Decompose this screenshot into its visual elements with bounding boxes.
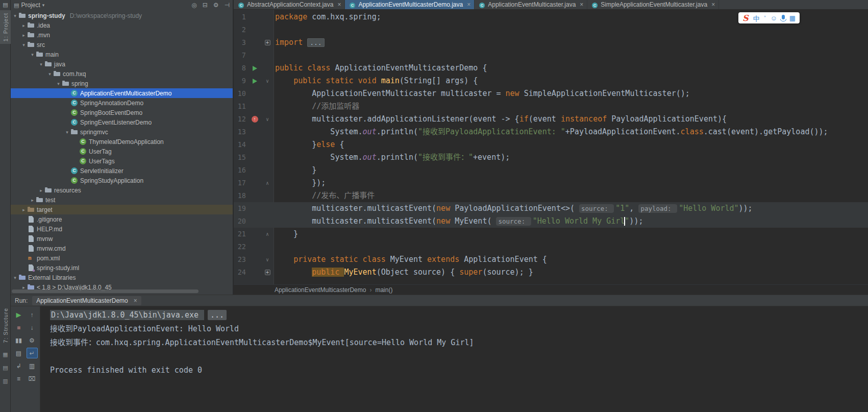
tree-item-SpringAnnotationDemo[interactable]: CSpringAnnotationDemo [11,98,233,108]
tree-item-spring-study.iml[interactable]: spring-study.iml [11,263,233,273]
editor-tab[interactable]: CApplicationEventMulticasterDemo.java× [345,0,475,9]
tree-item-SpringStudyApplication[interactable]: CSpringStudyApplication [11,176,233,185]
chevron-down-icon[interactable]: ▾ [12,13,18,18]
fold-marker-icon[interactable]: ∧ [262,177,272,189]
tree-item-spring-study[interactable]: ▾spring-studyD:\workspace\spring-study [11,11,233,20]
stop-button[interactable]: ■ [13,322,24,333]
console-output[interactable]: D:\Java\jdk1.8.0_45\bin\java.exe ...接收到P… [41,306,868,412]
up-stacktrace-button[interactable]: ↑ [27,309,38,320]
tree-item-SpringBootEventDemo[interactable]: CSpringBootEventDemo [11,108,233,117]
rerun-button[interactable]: ▶ [13,309,24,320]
collapse-all-icon[interactable]: ⊟ [203,2,208,9]
console-line: 接收到事件：com.hxq.spring.ApplicationEventMul… [50,336,868,350]
chevron-down-icon[interactable]: ▾ [29,52,36,57]
chevron-down-icon[interactable]: ▾ [12,275,18,280]
chevron-right-icon[interactable]: ▸ [29,198,36,203]
tree-item-ThymeleafDemoApplication[interactable]: CThymeleafDemoApplication [11,137,233,147]
dump-threads-button[interactable]: ▤ [13,348,24,358]
tree-item-test[interactable]: ▸test [11,195,233,205]
fold-marker-icon[interactable]: ∨ [262,113,272,126]
close-icon[interactable]: × [467,1,470,8]
tree-item-ApplicationEventMulticasterDemo[interactable]: CApplicationEventMulticasterDemo [11,88,233,98]
pause-output-button[interactable]: ▮▮ [13,335,24,346]
tool-window-button-structure[interactable]: 7: Structure [0,305,11,346]
console-settings-button[interactable]: ⚙ [27,335,38,346]
chevron-down-icon[interactable]: ▾ [42,3,45,8]
settings-gear-icon[interactable]: ⚙ [213,2,219,9]
locate-file-icon[interactable]: ◎ [191,2,196,9]
tree-item-.mvn[interactable]: ▸.mvn [11,30,233,40]
tree-item-UserTag[interactable]: CUserTag [11,147,233,156]
tree-item-ServletInitializer[interactable]: CServletInitializer [11,166,233,176]
fold-marker-icon[interactable]: ∨ [262,75,272,87]
chevron-right-icon[interactable]: ▸ [20,207,27,212]
tree-item-.idea[interactable]: ▸.idea [11,20,233,30]
tree-item-main[interactable]: ▾main [11,50,233,59]
tree-item-UserTags[interactable]: CUserTags [11,156,233,166]
grid-stripe-icon-3[interactable]: ▥ [3,378,8,384]
code-token: extends [427,255,464,264]
tree-item-spring[interactable]: ▾spring [11,79,233,88]
ime-punctuation-icon[interactable]: ’ [764,14,766,22]
tree-item-ExternalLibraries[interactable]: ▾External Libraries [11,273,233,282]
close-icon[interactable]: × [337,1,341,8]
tree-item-SpringEventListenerDemo[interactable]: CSpringEventListenerDemo [11,117,233,127]
tree-item-src[interactable]: ▾src [11,40,233,50]
editor-tab[interactable]: CAbstractApplicationContext.java× [234,0,345,9]
chevron-right-icon[interactable]: ▸ [20,23,27,28]
ime-mic-icon[interactable] [782,15,785,19]
run-gutter-icon[interactable] [249,62,260,75]
grid-stripe-icon-1[interactable]: ▦ [3,351,8,358]
tree-item-mvnw.cmd[interactable]: mvnw.cmd [11,244,233,253]
soft-wrap-button[interactable]: ↵ [27,348,38,358]
chevron-down-icon[interactable]: ▾ [55,81,62,86]
tree-item-mvnw[interactable]: mvnw [11,234,233,244]
clear-console-button[interactable]: ⌧ [27,373,38,384]
chevron-down-icon[interactable]: ▾ [20,42,27,47]
fold-marker-icon[interactable]: + [262,36,272,49]
ime-keyboard-icon[interactable]: ▦ [789,14,796,22]
grid-stripe-icon-2[interactable]: ▤ [3,365,8,371]
tree-item-resources[interactable]: ▸resources [11,185,233,195]
maven-shape: m [28,254,32,262]
tree-item-.gitignore[interactable]: .gitignore [11,214,233,224]
chevron-down-icon[interactable]: ▾ [46,71,53,77]
fold-marker-icon[interactable]: + [262,266,272,279]
indent-spacer [11,112,64,113]
chevron-right-icon[interactable]: ▸ [20,285,27,290]
chevron-down-icon[interactable]: ▾ [64,130,70,135]
tree-item-target[interactable]: ▸target [11,205,233,214]
tool-window-button-project[interactable]: 1: Project [0,10,11,44]
tree-item-pom.xml[interactable]: mpom.xml [11,253,233,263]
chevron-down-icon[interactable]: ▾ [38,62,44,67]
run-tab[interactable]: ApplicationEventMulticasterDemo × [32,296,141,305]
run-gutter-icon[interactable] [249,75,260,87]
fold-marker-icon[interactable]: ∨ [262,253,272,266]
tree-item-com.hxq[interactable]: ▾com.hxq [11,69,233,79]
close-icon[interactable]: × [580,1,583,8]
ime-emoji-icon[interactable]: ☺ [770,14,777,22]
editor-tab[interactable]: CSimpleApplicationEventMulticaster.java× [587,0,719,9]
code-editor[interactable]: 1package com.hxq.spring;23+import ...78p… [234,10,868,284]
tree-item-java[interactable]: ▾java [11,59,233,69]
sogou-logo-icon[interactable]: S [742,13,749,23]
hide-panel-icon[interactable]: ⊣ [225,2,230,9]
horizontal-scrollbar-thumb[interactable] [12,289,199,293]
listener-gutter-icon[interactable]: ↑ [249,113,260,126]
close-icon[interactable]: × [711,1,715,8]
fold-marker-icon[interactable]: ∧ [262,228,272,240]
print-button[interactable]: ▥ [27,360,38,371]
tree-item-springmvc[interactable]: ▾springmvc [11,127,233,137]
breadcrumb-class[interactable]: ApplicationEventMulticasterDemo [275,286,366,294]
exit-button[interactable]: ↲ [13,360,24,371]
breadcrumb-method[interactable]: main() [375,286,392,294]
tree-item-HELP.md[interactable]: HELP.md [11,224,233,234]
down-stacktrace-button[interactable]: ↓ [27,322,38,333]
chevron-right-icon[interactable]: ▸ [20,33,27,38]
console-menu-button[interactable]: ≡ [13,373,24,384]
tool-stripe-menu-icon[interactable]: ▤ [0,0,11,9]
editor-tab[interactable]: CApplicationEventMulticaster.java× [475,0,587,9]
close-icon[interactable]: × [134,297,137,304]
ime-mode-icon[interactable]: 中 [753,13,760,23]
chevron-right-icon[interactable]: ▸ [38,188,44,193]
